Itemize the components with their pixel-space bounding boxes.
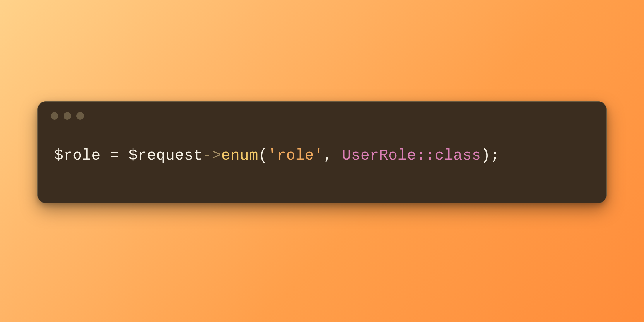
code-token: ; [490,147,500,164]
code-token: ( [258,147,268,164]
traffic-light-minimize[interactable] [64,112,71,120]
code-content: $role = $request->enum('role', UserRole:… [38,120,606,182]
code-token: $request [129,147,203,164]
code-token: enum [221,147,258,164]
code-token: $role [54,147,101,164]
code-token: ) [481,147,491,164]
code-token: :: [416,147,435,164]
traffic-light-close[interactable] [51,112,58,120]
code-token [101,147,110,164]
code-token: UserRole [342,147,416,164]
traffic-light-zoom[interactable] [76,112,84,120]
code-token [119,147,129,164]
code-token: = [110,147,119,164]
code-token: 'role' [268,147,323,164]
code-token: -> [203,147,221,164]
code-window: $role = $request->enum('role', UserRole:… [37,101,607,203]
code-token: , [323,147,342,164]
titlebar [38,102,606,120]
code-token: class [435,147,481,164]
